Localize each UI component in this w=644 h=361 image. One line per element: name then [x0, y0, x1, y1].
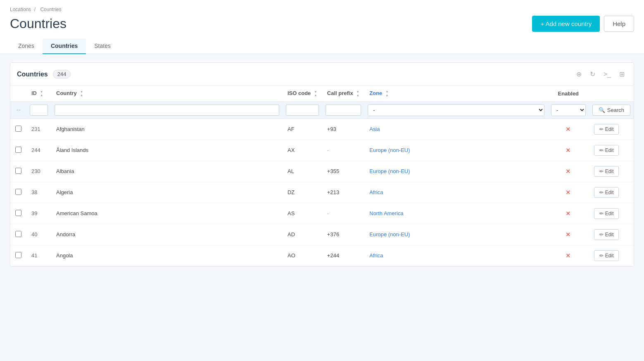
row-checkbox-cell: [10, 140, 26, 161]
add-icon-button[interactable]: ⊕: [574, 69, 584, 80]
page-title: Countries: [10, 16, 67, 31]
row-zone[interactable]: Africa: [364, 245, 548, 266]
countries-table: ID ▼▲ Country ▼▲ ISO code: [10, 86, 634, 266]
row-iso: AO: [283, 245, 322, 266]
row-prefix: +213: [322, 182, 364, 203]
col-prefix[interactable]: Call prefix ▼▲: [322, 86, 364, 101]
filter-dash: --: [10, 101, 26, 119]
row-prefix: -: [322, 140, 364, 161]
row-enabled: ✕: [548, 245, 589, 266]
filter-search-cell: 🔍 Search: [589, 101, 634, 119]
edit-icon: ✏: [599, 190, 604, 195]
edit-button[interactable]: ✏ Edit: [594, 145, 619, 156]
filter-id-cell: [26, 101, 51, 119]
row-checkbox[interactable]: [15, 147, 21, 153]
row-prefix: +376: [322, 224, 364, 245]
table-row: 39 American Samoa AS - North America ✕ ✏…: [10, 203, 634, 224]
row-zone[interactable]: Africa: [364, 182, 548, 203]
enabled-icon: ✕: [566, 126, 571, 133]
row-checkbox-cell: [10, 182, 26, 203]
row-country: Angola: [51, 245, 283, 266]
row-id: 38: [26, 182, 51, 203]
edit-icon: ✏: [599, 147, 604, 153]
row-enabled: ✕: [548, 224, 589, 245]
table-title: Countries: [17, 71, 48, 78]
row-zone[interactable]: Europe (non-EU): [364, 224, 548, 245]
filter-zone-cell: - Asia Africa Europe (non-EU) North Amer…: [364, 101, 548, 119]
enabled-icon: ✕: [566, 168, 571, 175]
row-zone[interactable]: North America: [364, 203, 548, 224]
table-row: 230 Albania AL +355 Europe (non-EU) ✕ ✏ …: [10, 161, 634, 182]
row-iso: AS: [283, 203, 322, 224]
row-actions: ✏ Edit: [589, 203, 634, 224]
col-iso[interactable]: ISO code ▼▲: [283, 86, 322, 101]
edit-button[interactable]: ✏ Edit: [594, 124, 619, 135]
col-country[interactable]: Country ▼▲: [51, 86, 283, 101]
row-checkbox[interactable]: [15, 252, 21, 258]
enabled-icon: ✕: [566, 231, 571, 238]
row-checkbox[interactable]: [15, 210, 21, 216]
filter-prefix-cell: [322, 101, 364, 119]
row-checkbox-cell: [10, 161, 26, 182]
row-id: 40: [26, 224, 51, 245]
row-country: American Samoa: [51, 203, 283, 224]
id-sort-icon[interactable]: ▼▲: [40, 90, 43, 97]
edit-button[interactable]: ✏ Edit: [594, 208, 619, 219]
zone-sort-icon[interactable]: ▼▲: [385, 90, 389, 97]
enabled-icon: ✕: [566, 189, 571, 196]
row-iso: AX: [283, 140, 322, 161]
tab-zones[interactable]: Zones: [10, 38, 43, 54]
table-row: 41 Angola AO +244 Africa ✕ ✏ Edit: [10, 245, 634, 266]
database-button[interactable]: ⊞: [617, 69, 627, 80]
row-id: 39: [26, 203, 51, 224]
iso-sort-icon[interactable]: ▼▲: [314, 90, 317, 97]
edit-button[interactable]: ✏ Edit: [594, 187, 619, 198]
search-button[interactable]: 🔍 Search: [592, 104, 630, 116]
row-country: Algeria: [51, 182, 283, 203]
row-country: Afghanistan: [51, 119, 283, 140]
edit-icon: ✏: [599, 211, 604, 216]
col-zone[interactable]: Zone ▼▲: [364, 86, 548, 101]
row-zone[interactable]: Europe (non-EU): [364, 140, 548, 161]
edit-button[interactable]: ✏ Edit: [594, 250, 619, 261]
col-action: [589, 86, 634, 101]
filter-iso-input[interactable]: [286, 104, 319, 116]
row-checkbox-cell: [10, 119, 26, 140]
row-checkbox[interactable]: [15, 189, 21, 195]
row-enabled: ✕: [548, 140, 589, 161]
prefix-sort-icon[interactable]: ▼▲: [356, 90, 359, 97]
row-zone[interactable]: Asia: [364, 119, 548, 140]
col-id[interactable]: ID ▼▲: [26, 86, 51, 101]
edit-button[interactable]: ✏ Edit: [594, 229, 619, 240]
terminal-button[interactable]: >_: [601, 69, 613, 80]
enabled-icon: ✕: [566, 252, 571, 259]
row-iso: AD: [283, 224, 322, 245]
help-button[interactable]: Help: [604, 16, 634, 32]
filter-country-input[interactable]: [55, 104, 279, 116]
country-sort-icon[interactable]: ▼▲: [80, 90, 83, 97]
row-checkbox[interactable]: [15, 231, 21, 237]
row-checkbox-cell: [10, 224, 26, 245]
row-actions: ✏ Edit: [589, 224, 634, 245]
filter-enabled-select[interactable]: - Yes No: [551, 104, 586, 116]
row-prefix: +244: [322, 245, 364, 266]
row-checkbox[interactable]: [15, 126, 21, 132]
breadcrumb-locations[interactable]: Locations: [10, 7, 31, 12]
edit-button[interactable]: ✏ Edit: [594, 166, 619, 177]
filter-zone-select[interactable]: - Asia Africa Europe (non-EU) North Amer…: [368, 104, 544, 116]
row-country: Åland Islands: [51, 140, 283, 161]
row-id: 231: [26, 119, 51, 140]
filter-country-cell: [51, 101, 283, 119]
enabled-icon: ✕: [566, 210, 571, 217]
row-country: Albania: [51, 161, 283, 182]
tab-states[interactable]: States: [86, 38, 119, 54]
filter-id-input[interactable]: [30, 104, 48, 116]
filter-prefix-input[interactable]: [326, 104, 361, 116]
add-country-button[interactable]: + Add new country: [532, 16, 600, 32]
row-checkbox[interactable]: [15, 168, 21, 174]
row-actions: ✏ Edit: [589, 119, 634, 140]
tab-countries[interactable]: Countries: [43, 38, 86, 54]
refresh-button[interactable]: ↻: [587, 69, 598, 80]
row-country: Andorra: [51, 224, 283, 245]
row-zone[interactable]: Europe (non-EU): [364, 161, 548, 182]
